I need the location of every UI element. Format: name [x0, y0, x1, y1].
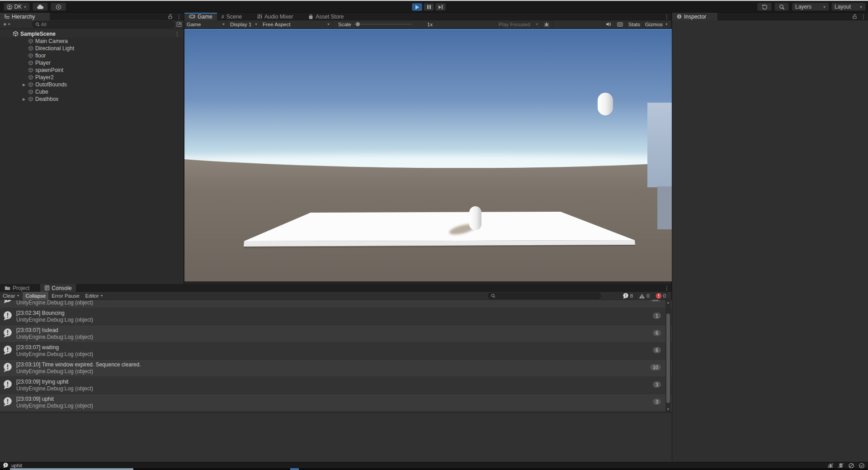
gamepad-icon [189, 14, 195, 19]
display-dropdown[interactable]: Display 1 ▼ [228, 20, 260, 28]
tab-audio-mixer[interactable]: Audio Mixer [253, 13, 297, 20]
progress-check-icon[interactable] [859, 463, 865, 469]
console-log-row[interactable]: [23:03:07] Isdead UnityEngine.Debug:Log … [0, 325, 672, 342]
console-panel: Project Console ⋮ Clear ▼ Collapse Error… [0, 284, 672, 462]
hierarchy-scene-row[interactable]: ▼ SampleScene ⋮ [0, 30, 184, 38]
console-toolbar: Clear ▼ Collapse Error Pause Editor ▼ 8 … [0, 292, 671, 300]
layers-dropdown[interactable]: Layers ▼ [792, 3, 829, 11]
lock-icon[interactable] [168, 14, 173, 19]
mute-audio-button[interactable] [603, 20, 614, 28]
account-dropdown[interactable]: DK ▼ [4, 3, 30, 11]
vsync-button[interactable] [614, 20, 626, 28]
hierarchy-item[interactable]: Main Camera [0, 38, 184, 45]
layout-dropdown[interactable]: Layout ▼ [831, 3, 866, 11]
gameobject-cube-icon [28, 96, 33, 102]
log-collapse-count: 10 [650, 364, 661, 370]
hierarchy-item[interactable]: spawnPoint [0, 66, 184, 74]
log-stacktrace: UnityEngine.Debug:Log (object) [16, 368, 672, 375]
kebab-menu-icon[interactable]: ⋮ [664, 285, 670, 291]
game-viewport[interactable] [184, 29, 672, 281]
chevron-down-icon: ▼ [327, 23, 330, 26]
log-bubble-icon [3, 397, 13, 407]
stats-toggle[interactable]: Stats [626, 20, 643, 28]
tab-console[interactable]: Console [40, 284, 76, 292]
scale-slider-knob[interactable] [356, 22, 360, 26]
undo-history-button[interactable] [757, 3, 772, 11]
kebab-menu-icon[interactable]: ⋮ [664, 14, 670, 19]
status-bar[interactable]: uphit [0, 462, 868, 468]
scale-slider[interactable] [354, 24, 412, 24]
collapse-toggle[interactable]: Collapse [23, 292, 49, 300]
clear-button[interactable]: Clear ▼ [0, 292, 23, 300]
hub-settings-button[interactable] [51, 3, 66, 11]
console-log-row[interactable]: [23:03:09] uphit UnityEngine.Debug:Log (… [0, 394, 672, 411]
tab-scene[interactable]: # Scene [217, 13, 246, 20]
kebab-menu-icon[interactable]: ⋮ [175, 31, 180, 37]
warning-count-toggle[interactable]: 0 [636, 292, 652, 300]
hierarchy-item-label: Player2 [35, 74, 54, 81]
console-log-row[interactable]: [23:03:10] Time window expired. Sequence… [0, 360, 672, 377]
create-object-button[interactable]: + ▼ [2, 21, 12, 28]
cache-server-disabled-icon[interactable] [838, 463, 844, 469]
debug-bug-button[interactable] [541, 20, 553, 28]
scroll-up-icon[interactable]: ▲ [665, 300, 671, 305]
play-focused-dropdown[interactable]: Play Focused ▼ [496, 20, 541, 28]
tab-hierarchy[interactable]: Hierarchy [0, 13, 50, 20]
scroll-down-icon[interactable]: ▼ [665, 407, 671, 412]
collapse-arrow-icon[interactable]: ▼ [14, 32, 18, 36]
lock-icon[interactable] [853, 14, 857, 19]
tab-project[interactable]: Project [0, 284, 34, 292]
tab-audio-mixer-label: Audio Mixer [264, 14, 293, 20]
hierarchy-item[interactable]: ▶ Deathbox [0, 95, 184, 103]
console-searchbox [488, 293, 601, 299]
log-collapse-count: 6 [653, 330, 661, 336]
scrollbar-thumb[interactable] [666, 313, 670, 403]
error-pause-toggle[interactable]: Error Pause [49, 292, 82, 300]
error-count-toggle[interactable]: 0 [652, 292, 669, 300]
grid-icon [617, 22, 623, 27]
console-log-row[interactable]: UnityEngine.Debug:Log (object) 12 [0, 300, 672, 308]
tab-asset-store[interactable]: Asset Store [304, 13, 348, 20]
pause-button[interactable] [424, 3, 434, 11]
console-log-row[interactable]: [23:03:07] waiting UnityEngine.Debug:Log… [0, 342, 672, 360]
log-bubble-icon [3, 300, 13, 304]
taskbar-peek-accent [290, 468, 299, 470]
console-log-row[interactable]: [23:03:09] trying uphit UnityEngine.Debu… [0, 377, 672, 394]
hierarchy-item[interactable]: Cube [0, 88, 184, 95]
debugger-disabled-icon[interactable] [827, 463, 834, 469]
scene-picker-icon[interactable] [176, 22, 182, 27]
hierarchy-item[interactable]: floor [0, 52, 184, 59]
console-tabstrip: Project Console ⋮ [0, 284, 671, 292]
game-tabstrip: Game # Scene Audio Mixer Asset Store ⋮ [184, 13, 671, 20]
cloud-button[interactable] [33, 3, 48, 11]
expand-arrow-icon[interactable]: ▶ [22, 83, 26, 87]
kebab-menu-icon[interactable]: ⋮ [861, 14, 866, 19]
play-button[interactable] [412, 3, 422, 11]
aspect-ratio-dropdown[interactable]: Free Aspect ▼ [260, 20, 333, 28]
hierarchy-item[interactable]: Player [0, 59, 184, 66]
hierarchy-item[interactable]: ▶ OutofBounds [0, 81, 184, 88]
hierarchy-item[interactable]: Directional Light [0, 45, 184, 52]
editor-dropdown[interactable]: Editor ▼ [83, 292, 107, 300]
log-bubble-icon [3, 462, 9, 468]
tab-inspector[interactable]: Inspector [672, 13, 717, 20]
console-scrollbar[interactable]: ▲ ▼ [665, 300, 671, 412]
log-count-toggle[interactable]: 8 [619, 292, 636, 300]
hierarchy-search-input[interactable] [41, 22, 171, 27]
gizmos-dropdown[interactable]: Gizmos ▼ [643, 20, 670, 28]
console-search-input[interactable] [497, 293, 598, 299]
hierarchy-item[interactable]: Player2 [0, 74, 184, 81]
warning-triangle-icon [639, 293, 645, 299]
chevron-down-icon: ▼ [222, 23, 225, 26]
tab-game[interactable]: Game [184, 13, 217, 20]
game-mode-dropdown[interactable]: Game ▼ [184, 20, 228, 28]
expand-arrow-icon[interactable]: ▶ [22, 97, 26, 101]
floating-capsule [598, 93, 613, 115]
global-search-button[interactable] [774, 3, 789, 11]
kebab-menu-icon[interactable]: ⋮ [176, 14, 182, 19]
console-log-list: UnityEngine.Debug:Log (object) 12 [23:02… [0, 300, 672, 412]
console-log-row[interactable]: [23:02:34] Bouncing UnityEngine.Debug:Lo… [0, 308, 672, 325]
step-button[interactable] [435, 3, 446, 11]
chevron-down-icon: ▼ [8, 23, 11, 26]
collab-disabled-icon[interactable] [848, 463, 854, 469]
